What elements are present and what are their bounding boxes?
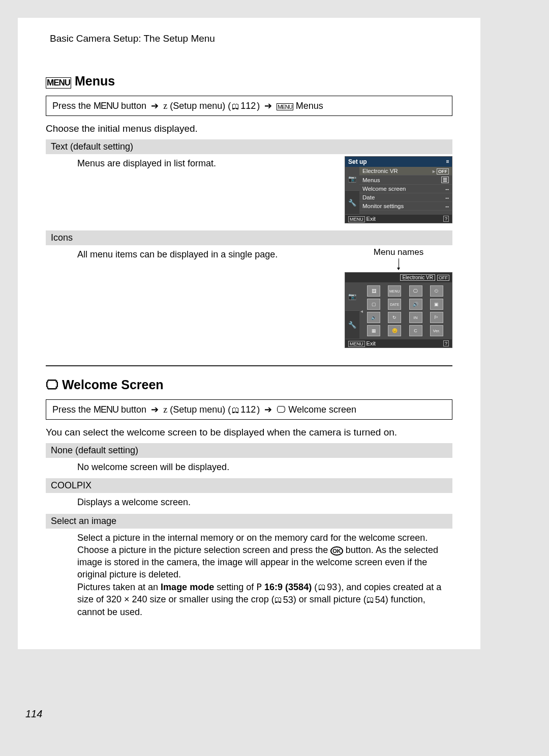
menus-intro: Choose the initial menus displayed. (46, 123, 452, 134)
cs-title-text: Set up (348, 158, 367, 165)
grid-cell: IN (409, 312, 422, 323)
page-ref-icon: 🕮 54 (367, 594, 385, 606)
grid-cell: MENU (388, 285, 401, 297)
nav-setup-letter: z (163, 404, 167, 415)
menu-icon: MENU (46, 77, 71, 89)
option-icons-label: Icons (46, 230, 452, 245)
menu-names-caption: Menu names (345, 247, 452, 257)
grid-cell: 😊 (388, 325, 401, 336)
welcome-heading: 🖵 Welcome Screen (46, 377, 452, 392)
grid-cell: 🏳 (430, 312, 443, 323)
scroll-indicator-icon (446, 160, 449, 163)
page-ref-icon: 🕮 53 (274, 594, 293, 606)
mode-value-bold: 16:9 (3584) (264, 582, 312, 592)
option-none-label: None (default setting) (46, 443, 452, 458)
grid-cell: ▣ (430, 299, 443, 310)
grid-cell: ▢ (367, 299, 380, 310)
option-select-image-label: Select an image (46, 514, 452, 529)
camera-list-screen: Set up 📷 🔧 Electronic VR▸ OFF Menus☰ Wel… (345, 156, 452, 223)
menus-heading: MENU Menus (46, 74, 452, 89)
mode-letter: P (256, 581, 262, 592)
cs-footer: MENU Exit ? (345, 215, 452, 223)
option-text-body: Menus are displayed in list format. (46, 154, 345, 173)
cs-row-electronic-vr: Electronic VR▸ OFF (359, 167, 452, 176)
image-mode-bold: Image mode (161, 582, 214, 592)
menu-small-icon: MENU (277, 103, 293, 110)
cs-footer-help-icon: ? (443, 216, 449, 222)
cs-footer-menu-icon: MENU (348, 341, 365, 347)
grid-cell: ▦ (367, 325, 380, 336)
grid-cell: 🖵 (409, 285, 422, 297)
grid-cell: C (409, 325, 422, 336)
camera-tab-setup: 🔧 (345, 311, 359, 339)
arrow-icon: ➔ (151, 101, 159, 111)
camera-screen-title: Set up (345, 157, 452, 167)
welcome-screen-icon: 🖵 (46, 377, 58, 392)
page-content: Basic Camera Setup: The Setup Menu MENU … (18, 18, 480, 649)
nav-setup-menu: (Setup menu) (170, 404, 225, 415)
nav-setup-menu: (Setup menu) (170, 101, 225, 111)
camera-tab-setup: 🔧 (345, 191, 359, 215)
camera-tab-shoot: 📷 (345, 167, 359, 191)
grid-cell: ↻ (388, 312, 401, 323)
menu-button-label: MENU (94, 101, 118, 111)
camera-tab-shoot: 📷 (345, 282, 359, 311)
grid-cell: 🖼 (367, 285, 380, 297)
cs-grid-header: Electronic VR OFF (345, 273, 452, 282)
cs-row-menus: Menus☰ (359, 176, 452, 185)
arrow-icon: ➔ (151, 404, 159, 415)
nav-target: Menus (296, 101, 323, 111)
grid-cell: 🔊 (409, 299, 422, 310)
option-select-image-body: Select a picture in the internal memory … (46, 529, 452, 623)
grid-cell: DATE (388, 299, 401, 310)
grid-cell: Ver. (430, 325, 443, 336)
cs-row-date: Date-- (359, 193, 452, 202)
nav-press: Press the (52, 101, 91, 111)
page-number: 114 (25, 708, 42, 720)
option-icons-body: All menu items can be displayed in a sin… (46, 245, 345, 265)
section-divider (46, 365, 452, 366)
nav-button-word: button (121, 101, 146, 111)
arrow-icon: ➔ (264, 101, 272, 111)
page-ref-icon: (🕮 93) (314, 581, 341, 593)
welcome-small-icon: 🖵 (277, 404, 286, 415)
page-ref-icon: (🕮 112) (228, 101, 260, 111)
option-coolpix-body: Displays a welcome screen. (46, 493, 452, 512)
menus-heading-text: Menus (75, 74, 115, 88)
option-coolpix-label: COOLPIX (46, 478, 452, 493)
page-ref-icon: (🕮 112) (228, 404, 260, 415)
cs-icon-grid: 🖼 MENU 🖵 ⏲ ▢ DATE 🔊 ▣ 🔈 ↻ IN (364, 282, 452, 339)
pointer-arrow-icon (345, 258, 452, 270)
ok-button-icon: OK (330, 546, 343, 556)
menu-button-label: MENU (94, 404, 118, 415)
cs-row-monitor: Monitor settings-- (359, 202, 452, 211)
nav-press: Press the (52, 404, 91, 415)
left-arrow-icon: ◂ (359, 308, 364, 314)
cs-selected-value: OFF (437, 275, 449, 281)
nav-page-ref: 112 (240, 404, 256, 415)
option-none-body: No welcome screen will be displayed. (46, 458, 452, 477)
nav-setup-letter: z (163, 101, 167, 111)
welcome-intro: You can select the welcome screen to be … (46, 427, 452, 438)
welcome-nav-path: Press the MENU button ➔ z (Setup menu) (… (46, 399, 452, 420)
cs-footer-help-icon: ? (443, 340, 449, 346)
menus-nav-path: Press the MENU button ➔ z (Setup menu) (… (46, 96, 452, 116)
cs-footer-exit: Exit (367, 216, 376, 222)
grid-cell: 🔈 (367, 312, 380, 323)
nav-button-word: button (121, 404, 146, 415)
camera-icon-screen: Electronic VR OFF 📷 🔧 ◂ 🖼 MENU (345, 272, 452, 348)
cs-footer: MENU Exit ? (345, 339, 452, 347)
cs-footer-exit: Exit (367, 340, 376, 346)
breadcrumb: Basic Camera Setup: The Setup Menu (50, 33, 452, 44)
welcome-heading-text: Welcome Screen (62, 377, 164, 392)
cs-row-welcome: Welcome screen-- (359, 185, 452, 193)
cs-footer-menu-icon: MENU (348, 216, 365, 222)
arrow-icon: ➔ (264, 404, 272, 415)
nav-target: Welcome screen (288, 404, 356, 415)
cs-selected-label: Electronic VR (400, 274, 435, 281)
grid-cell: ⏲ (430, 285, 443, 297)
option-text-label: Text (default setting) (46, 139, 452, 154)
nav-page-ref: 112 (240, 101, 256, 111)
